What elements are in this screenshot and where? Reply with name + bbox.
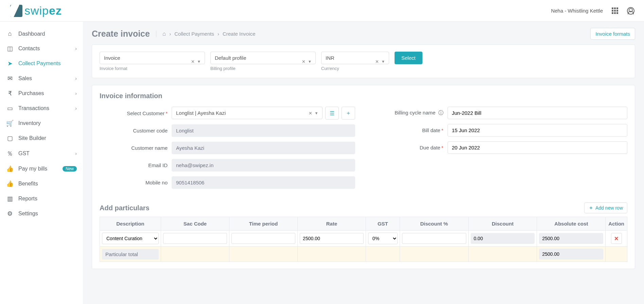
apps-grid-icon[interactable] (612, 7, 618, 14)
sidebar-item-contacts[interactable]: ◫Contacts› (0, 41, 83, 56)
customer-name-label: Customer name (100, 145, 168, 151)
list-icon: ☰ (330, 110, 334, 117)
customer-select[interactable] (172, 107, 323, 119)
customer-list-button[interactable]: ☰ (325, 107, 339, 120)
billing-profile-select[interactable] (210, 52, 316, 64)
sidebar-item-label: Sales (18, 75, 32, 82)
delete-row-button[interactable]: ✕ (611, 233, 622, 244)
chevron-right-icon: › (75, 91, 77, 96)
chevron-down-icon[interactable]: ▼ (308, 59, 312, 64)
clear-icon[interactable]: ✕ (309, 111, 312, 116)
billing-cycle-label: Billing cycle name ⓘ (372, 110, 443, 116)
sidebar-item-collect-payments[interactable]: ➤Collect Payments (0, 56, 83, 71)
home-icon: ⌂ (6, 30, 14, 37)
description-select[interactable]: Content Curation (102, 233, 159, 244)
rocket-icon: ➤ (6, 60, 14, 67)
chevron-right-icon: › (75, 76, 77, 81)
sidebar-item-inventory[interactable]: 🛒Inventory (0, 116, 83, 131)
cash-icon: ▭ (6, 105, 14, 112)
sidebar-item-label: GST (18, 150, 30, 157)
main-content: Create invoice ⌂ › Collect Payments › Cr… (83, 22, 644, 304)
sidebar-item-settings[interactable]: ⚙Settings (0, 206, 83, 221)
bill-date-field[interactable] (448, 124, 628, 137)
top-bar: swipez Neha - Whistling Kettle (0, 0, 644, 22)
billing-cycle-field[interactable] (448, 107, 628, 119)
plus-icon: ＋ (589, 205, 593, 211)
gst-select[interactable]: 0% (368, 233, 398, 244)
sidebar-item-label: Pay my bills (18, 166, 47, 172)
invoice-formats-button[interactable]: Invoice formats (590, 28, 635, 40)
discount-value (471, 233, 535, 244)
percent-icon: ％ (6, 149, 14, 158)
select-customer-label: Select Customer* (100, 110, 168, 116)
total-label: Particular total (102, 249, 159, 260)
chevron-down-icon[interactable]: ▼ (197, 59, 201, 64)
column-header: Description (100, 217, 161, 231)
sidebar-item-dashboard[interactable]: ⌂Dashboard (0, 26, 83, 41)
breadcrumb-create-invoice[interactable]: Create Invoice (223, 31, 256, 37)
billing-profile-label: Billing profile (210, 66, 316, 71)
sidebar-item-label: Reports (18, 196, 37, 202)
thumb-icon: 👍 (6, 180, 14, 187)
sidebar-item-label: Dashboard (18, 31, 45, 37)
email-label: Email ID (100, 162, 168, 168)
sidebar-item-gst[interactable]: ％GST› (0, 146, 83, 161)
new-badge: New (63, 166, 77, 172)
sidebar-item-label: Inventory (18, 120, 41, 126)
particulars-title: Add particulars (100, 204, 150, 212)
site-icon: ▢ (6, 135, 14, 142)
chevron-right-icon: › (75, 151, 77, 156)
currency-label: Currency (321, 66, 389, 71)
close-icon: ✕ (614, 236, 619, 242)
mobile-label: Mobile no (100, 180, 168, 185)
sidebar-item-transactions[interactable]: ▭Transactions› (0, 101, 83, 116)
sidebar-item-site-builder[interactable]: ▢Site Builder (0, 131, 83, 146)
sidebar-item-purchases[interactable]: ₹Purchases› (0, 86, 83, 101)
home-icon[interactable]: ⌂ (162, 31, 166, 37)
chevron-down-icon[interactable]: ▼ (381, 59, 385, 64)
sidebar: ⌂Dashboard◫Contacts›➤Collect Payments✉Sa… (0, 22, 83, 304)
sidebar-item-label: Contacts (18, 46, 40, 52)
format-selector-card: ✕ ▼ Invoice format ✕ ▼ Billing profile ✕… (92, 44, 635, 78)
chart-icon: ▥ (6, 195, 14, 202)
bill-date-label: Bill date* (372, 127, 443, 133)
clear-icon[interactable]: ✕ (191, 59, 195, 64)
rupee-icon: ₹ (6, 90, 14, 97)
select-button[interactable]: Select (395, 52, 422, 64)
clear-icon[interactable]: ✕ (302, 59, 306, 64)
thumb-icon: 👍 (6, 165, 14, 173)
sidebar-item-sales[interactable]: ✉Sales› (0, 71, 83, 86)
plus-icon: ＋ (346, 110, 351, 117)
invoice-format-select[interactable] (100, 52, 205, 64)
info-icon[interactable]: ⓘ (438, 110, 443, 115)
add-row-button[interactable]: ＋ Add new row (584, 202, 627, 213)
breadcrumb: ⌂ › Collect Payments › Create Invoice (156, 31, 256, 37)
sac-code-input[interactable] (163, 233, 227, 244)
chevron-down-icon[interactable]: ▼ (315, 111, 318, 115)
currency-select[interactable] (321, 52, 389, 64)
time-period-input[interactable] (231, 233, 295, 244)
chevron-right-icon: › (75, 46, 77, 51)
sidebar-item-label: Settings (18, 211, 38, 217)
customer-code-field (172, 124, 355, 137)
invoice-info-title: Invoice information (100, 92, 627, 100)
due-date-field[interactable] (448, 141, 628, 154)
logo[interactable]: swipez (10, 4, 62, 17)
sidebar-item-label: Collect Payments (18, 60, 61, 67)
avatar-icon[interactable] (627, 7, 634, 15)
rate-input[interactable] (300, 233, 364, 244)
breadcrumb-collect-payments[interactable]: Collect Payments (174, 31, 214, 37)
discount-pct-input[interactable] (402, 233, 466, 244)
contact-icon: ◫ (6, 45, 14, 52)
sidebar-item-pay-my-bills[interactable]: 👍Pay my billsNew (0, 161, 83, 176)
due-date-label: Due date* (372, 145, 443, 150)
column-header: Time period (229, 217, 297, 231)
sidebar-item-reports[interactable]: ▥Reports (0, 191, 83, 206)
logo-mark-icon (10, 5, 22, 17)
email-field (172, 159, 355, 172)
sidebar-item-label: Site Builder (18, 135, 46, 141)
clear-icon[interactable]: ✕ (375, 59, 379, 64)
sidebar-item-benefits[interactable]: 👍Benefits (0, 176, 83, 191)
page-title: Create invoice (92, 29, 150, 39)
add-customer-button[interactable]: ＋ (342, 107, 355, 120)
